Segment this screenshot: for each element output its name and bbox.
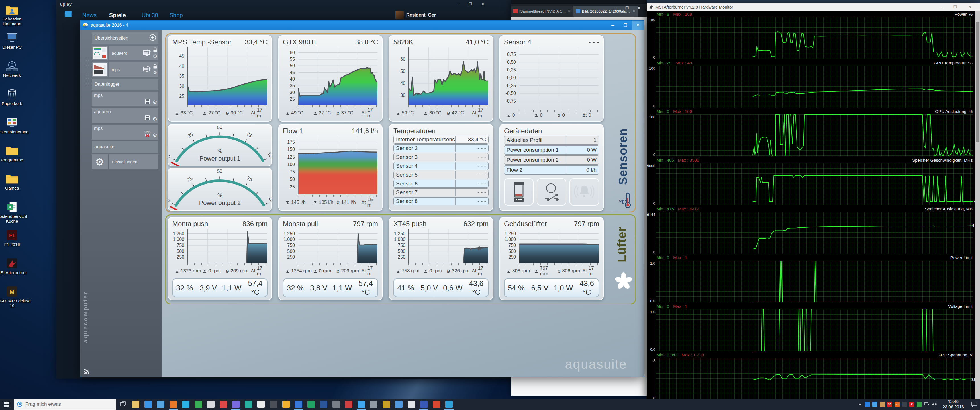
gear-icon[interactable]: ⚙ xyxy=(153,132,157,138)
sidebar-section-header[interactable]: Datenlogger xyxy=(92,79,158,90)
table-row[interactable]: Sensor 6- - - xyxy=(393,180,488,188)
tray-icon[interactable] xyxy=(864,399,871,410)
taskbar-app-button[interactable] xyxy=(443,399,455,410)
sidebar-section-header[interactable]: aquasuite xyxy=(92,141,158,153)
table-row[interactable]: Sensor 7- - - xyxy=(393,189,488,197)
scrollbar-thumb[interactable] xyxy=(976,22,980,142)
close-button[interactable]: ✕ xyxy=(632,21,644,30)
table-row[interactable]: Aktuelles Profil1 xyxy=(504,135,599,145)
rss-icon[interactable] xyxy=(84,369,90,375)
taskbar-app-button[interactable] xyxy=(368,399,380,410)
browser-window-buttons[interactable]: ─ ❐ ✕ xyxy=(614,6,644,10)
taskbar-app-button[interactable] xyxy=(317,399,330,410)
browser-tab[interactable]: [Sammelthread] NVIDIA G...✕ xyxy=(511,6,573,16)
export-desktop-icon[interactable] xyxy=(143,66,151,73)
taskbar-app-button[interactable] xyxy=(205,399,217,410)
tray-icon[interactable] xyxy=(878,399,886,410)
minimize-button[interactable]: ─ xyxy=(606,21,619,30)
desktop-icon[interactable]: Systemsteuerung xyxy=(0,117,31,134)
table-row[interactable]: Power consumption 20 W xyxy=(504,156,599,165)
taskbar-app-button[interactable] xyxy=(342,399,355,410)
tray-icon[interactable] xyxy=(871,399,878,410)
sidebar-item-mps[interactable]: mps⚙ xyxy=(92,92,158,106)
desktop-icon[interactable]: MSI Afterburner xyxy=(0,257,31,275)
table-row[interactable]: Sensor 5- - - xyxy=(393,171,488,179)
tray-icon[interactable] xyxy=(901,399,908,410)
taskbar-app-button[interactable] xyxy=(154,399,167,410)
tray-icon[interactable]: K xyxy=(908,399,916,410)
device-button-bulb-circuit-icon[interactable] xyxy=(537,178,566,205)
save-icon[interactable] xyxy=(145,98,151,105)
taskbar-app-button[interactable] xyxy=(142,399,154,410)
desktop-icon[interactable]: Sebastian Hoffmann xyxy=(0,4,31,27)
desktop-icon[interactable]: Programme xyxy=(0,145,31,162)
desktop-icon[interactable]: Games xyxy=(0,173,31,191)
taskbar-app-button[interactable] xyxy=(405,399,418,410)
taskbar-app-button[interactable] xyxy=(393,399,405,410)
uplay-tab-shop[interactable]: Shop xyxy=(170,12,183,19)
export-desktop-icon[interactable] xyxy=(143,49,151,57)
taskbar-app-button[interactable] xyxy=(192,399,205,410)
taskbar-app-button[interactable] xyxy=(267,399,280,410)
device-button-alarm-bell-icon[interactable] xyxy=(570,178,599,205)
maximize-button[interactable]: ❐ xyxy=(619,21,632,30)
browser-titlebar[interactable] xyxy=(511,0,647,4)
table-row[interactable]: Flow 20 l/h xyxy=(504,165,599,175)
lock-icon[interactable] xyxy=(153,64,157,70)
desktop-icon[interactable]: MMAGIX MP3 deluxe 19 xyxy=(0,286,31,308)
menu-icon[interactable] xyxy=(65,11,72,16)
uplay-window-buttons[interactable]: ─ ❐ ✕ xyxy=(457,2,488,6)
tray-icon[interactable] xyxy=(916,399,923,410)
sidebar-item-mps[interactable]: mpsUSB⚙ xyxy=(92,125,158,140)
taskbar-app-button[interactable] xyxy=(242,399,255,410)
sidebar-section-header[interactable]: Übersichtsseiten xyxy=(92,32,158,44)
aquasuite-titlebar[interactable]: aquasuite 2016 - 4 ─ ❐ ✕ xyxy=(80,21,644,30)
taskbar-app-button[interactable] xyxy=(305,399,317,410)
gear-icon[interactable]: ⚙ xyxy=(153,99,157,105)
taskbar-app-button[interactable] xyxy=(217,399,230,410)
sidebar-item-label-box[interactable]: Einstellungen xyxy=(109,154,158,169)
uplay-tab-spiele[interactable]: Spiele xyxy=(109,12,126,19)
taskbar-app-button[interactable] xyxy=(430,399,443,410)
save-icon[interactable] xyxy=(145,115,151,122)
tray-icon[interactable]: CCU xyxy=(893,399,901,410)
table-row[interactable]: Sensor 4- - - xyxy=(393,162,488,170)
uplay-user[interactable]: Resident_Ger xyxy=(395,11,436,19)
uplay-titlebar[interactable]: uplay ─ ❐ ✕ xyxy=(56,0,513,7)
taskbar-app-button[interactable] xyxy=(255,399,267,410)
taskbar-app-button[interactable] xyxy=(167,399,180,410)
desktop-icon[interactable]: Netzwerk xyxy=(0,60,31,78)
taskbar-app-button[interactable] xyxy=(418,399,430,410)
lock-icon[interactable] xyxy=(153,47,157,53)
taskbar-app-button[interactable] xyxy=(280,399,292,410)
add-page-icon[interactable] xyxy=(149,34,156,42)
tray-icon[interactable] xyxy=(923,399,931,410)
taskbar-app-button[interactable] xyxy=(355,399,368,410)
sidebar-item-label-box[interactable]: mps⚙ xyxy=(109,62,158,77)
table-row[interactable]: Sensor 2- - - xyxy=(393,145,488,153)
taskbar-app-button[interactable] xyxy=(380,399,393,410)
table-row[interactable]: Interner Temperatursensor33,4 °C xyxy=(393,135,488,143)
start-button[interactable] xyxy=(0,399,14,410)
sidebar-item-aquaero[interactable]: aquaero⚙ xyxy=(92,108,158,123)
gear-icon[interactable]: ⚙ xyxy=(153,70,157,75)
table-row[interactable]: Sensor 3- - - xyxy=(393,153,488,161)
taskbar-app-button[interactable] xyxy=(330,399,342,410)
search-input[interactable]: Frag mich etwas xyxy=(14,399,116,410)
table-row[interactable]: Power consumption 10 W xyxy=(504,146,599,154)
afterburner-titlebar[interactable]: MSI Afterburner v4.2.0 Hardware Monitor … xyxy=(647,3,980,11)
uplay-tab-news[interactable]: News xyxy=(82,12,97,19)
desktop-icon[interactable]: F1F1 2016 xyxy=(0,229,31,247)
action-center-button[interactable] xyxy=(969,399,980,410)
taskbar-app-button[interactable] xyxy=(230,399,242,410)
afterburner-window-buttons[interactable]: ─ ❐ ✕ xyxy=(939,5,977,9)
sidebar-item-label-box[interactable]: aquaero⚙ xyxy=(109,46,158,60)
device-button-reservoir-icon[interactable] xyxy=(504,178,534,205)
gear-icon[interactable]: ⚙ xyxy=(153,53,157,59)
taskbar-clock[interactable]: 15:46 23.08.2016 xyxy=(940,399,967,410)
desktop-icon[interactable]: Papierkorb xyxy=(0,89,31,106)
tray-expand-icon[interactable] xyxy=(856,399,864,410)
scrollbar[interactable] xyxy=(975,11,980,399)
uplay-tab-ubi-30[interactable]: Ubi 30 xyxy=(142,12,158,19)
desktop-icon[interactable]: Dieser PC xyxy=(0,32,31,49)
